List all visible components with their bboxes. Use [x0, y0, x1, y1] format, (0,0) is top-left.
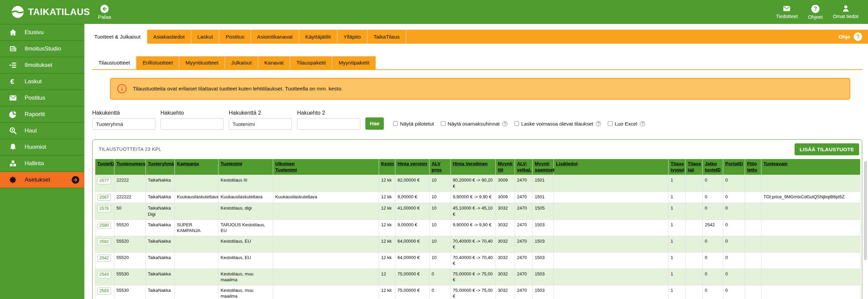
sidebar-item-laskut[interactable]: €Laskut [0, 73, 84, 89]
sub-tab-myyntituotteet[interactable]: Myyntituotteet [179, 56, 225, 69]
sub-tab-myyntipaketit[interactable]: Myyntipaketit [332, 56, 376, 69]
sidebar-item-ilmoitusstudio[interactable]: IlmoitusStudio [0, 40, 84, 57]
column-header-myynti-saamiset[interactable]: Myynti saamiset [533, 159, 554, 175]
arrow-right-circle-icon [71, 175, 80, 185]
header-action-tiedotteet[interactable]: Tiedotteet [776, 4, 798, 20]
sidebar-item-label: Hallinta [25, 160, 44, 167]
checkbox-n-yt-piilotetut[interactable]: Näytä piilotetut [393, 121, 434, 127]
column-header-myynti-tili[interactable]: Myynti tili [496, 159, 515, 175]
column-header-ulkoinen-tuotenimi[interactable]: Ulkoinen Tuotenimi [273, 159, 379, 175]
checkbox-input[interactable] [608, 121, 613, 126]
back-button[interactable]: Palaa [98, 4, 111, 20]
checkbox-input[interactable] [393, 121, 398, 126]
tab-tuotteet-julkaisut[interactable]: Tuotteet & Julkaisut [88, 30, 147, 44]
column-header-tilaus-tyyppi[interactable]: Tilaus tyyppi [669, 159, 686, 175]
tab-asiointikanavat[interactable]: Asiointikanavat [251, 30, 299, 44]
column-header-piilo-tettu[interactable]: Piilo tettu [745, 159, 761, 175]
tuoteid-link[interactable]: 2542 [97, 255, 111, 262]
help-icon[interactable]: ? [502, 121, 507, 126]
mail-icon [9, 94, 17, 102]
column-header-lis-tiedot[interactable]: Lisätiedot [554, 159, 669, 175]
products-table: TuoteIDTuotenumeroTuoteryhmäKampanjaTuot… [95, 159, 860, 299]
tab-asiakastiedot[interactable]: Asiakastiedot [147, 30, 191, 44]
sidebar-item-label: Asetukset [25, 176, 50, 183]
help-link[interactable]: Ohje ? [839, 30, 868, 44]
sub-tab-kanavat[interactable]: Kanavat [258, 56, 290, 69]
help-icon[interactable]: ? [596, 121, 601, 126]
tuoteid-link[interactable]: 2577 [97, 177, 111, 184]
column-header-tuoteryhm[interactable]: Tuoteryhmä [146, 159, 175, 175]
sub-tab-tilaustuotteet[interactable]: Tilaustuotteet [92, 56, 136, 69]
sub-tab-erillistuotteet[interactable]: Erillistuotteet [136, 56, 179, 69]
sub-tab-julkaisut[interactable]: Julkaisut [225, 56, 258, 69]
tuoteid-link[interactable]: 2580 [97, 222, 111, 229]
table-cell: TaikaNakka [146, 285, 175, 299]
checkbox-luo-excel[interactable]: Luo Excel? [608, 121, 645, 127]
table-row: 254355530TaikaNakkaKestotilaus, muu maai… [95, 269, 860, 285]
search-input-hakukentt-2[interactable] [229, 118, 292, 130]
checkbox-input[interactable] [514, 121, 519, 126]
checkbox-label: Näytä piilotetut [400, 121, 434, 127]
tab-postitus[interactable]: Postitus [219, 30, 251, 44]
tuoteid-link[interactable]: 2578 [97, 205, 111, 212]
table-cell: 9,90000 € -> 9,90 € [451, 191, 496, 203]
table-cell: 12 kk [379, 219, 395, 236]
column-header-jatko-tuoteid[interactable]: Jatko tuoteID [703, 159, 723, 175]
table-cell: 9,00000 € [395, 191, 430, 203]
sidebar-item-hallinta[interactable]: Hallinta [0, 155, 84, 171]
column-header-portalid[interactable]: PortalID [723, 159, 745, 175]
add-product-button[interactable]: LISÄÄ TILAUSTUOTE [795, 143, 859, 155]
column-header-kesto[interactable]: Kesto [379, 159, 395, 175]
column-header-hinta-verollinen[interactable]: Hinta Verollinen [451, 159, 496, 175]
sidebar-item-ilmoitukset[interactable]: Ilmoitukset [0, 57, 84, 73]
sidebar-item-huomiot[interactable]: Huomiot [0, 139, 84, 155]
question-circle-green-icon: ? [811, 4, 820, 13]
table-cell [745, 285, 761, 299]
tuoteid-link[interactable]: 2543 [97, 271, 111, 278]
sidebar-item-etusivu[interactable]: Etusivu [0, 24, 84, 40]
column-header-tuoteavain[interactable]: Tuoteavain [761, 159, 860, 175]
sidebar-item-asetukset[interactable]: Asetukset [0, 171, 84, 188]
column-header-tuotenimi[interactable]: Tuotenimi [219, 159, 273, 175]
tab-k-ytt-j-tilit[interactable]: Käyttäjätilit [299, 30, 337, 44]
column-header-tilaus-laji[interactable]: Tilaus laji [686, 159, 703, 175]
column-header-hinta-veroton[interactable]: Hinta veroton [395, 159, 430, 175]
column-header-tuoteid[interactable]: TuoteID [95, 159, 114, 175]
header-action-omat-tiedot[interactable]: Omat tiedot [833, 4, 858, 20]
tuoteid-link[interactable]: 2583 [97, 287, 111, 295]
search-input-hakukentt[interactable] [92, 118, 155, 130]
table-cell [761, 285, 860, 299]
sidebar-item-postitus[interactable]: Postitus [0, 89, 84, 106]
tab-laskut[interactable]: Laskut [191, 30, 220, 44]
table-cell: 75,00000 € [395, 285, 430, 299]
header-action-ohjeet[interactable]: ?Ohjeet [808, 4, 823, 20]
tab-yll-pito[interactable]: Ylläpito [337, 30, 367, 44]
checkbox-n-yt-osamaksuhinnat[interactable]: Näytä osamaksuhinnat? [441, 121, 508, 127]
search-input-hakuehto-2[interactable] [297, 118, 360, 130]
tuoteid-link[interactable]: 2567 [97, 194, 111, 201]
column-header-alv-velkat[interactable]: ALV- velkat. [515, 159, 533, 175]
scrollbar-thumb[interactable] [864, 161, 867, 260]
sidebar-item-label: Etusivu [25, 29, 44, 36]
table-cell: 2580 [95, 219, 114, 236]
search-field-hakuehto: Hakuehto [160, 110, 224, 130]
column-header-alv-pros[interactable]: ALV pros [430, 159, 451, 175]
info-icon [117, 84, 127, 94]
column-header-tuotenumero[interactable]: Tuotenumero [114, 159, 146, 175]
table-row: 257850TaikaNakka DigiKestotilaus, digi12… [95, 203, 860, 219]
help-icon[interactable]: ? [640, 121, 645, 126]
main-tab-bar: Tuotteet & JulkaisutAsiakastiedotLaskutP… [88, 30, 868, 44]
search-button[interactable]: Hae [365, 117, 384, 130]
tab-taikatilaus[interactable]: TaikaTilaus [367, 30, 406, 44]
checkbox-laske-voimassa-olevat-tilaukset[interactable]: Laske voimassa olevat tilaukset? [514, 121, 601, 127]
checkbox-input[interactable] [441, 121, 446, 126]
pie-icon [9, 110, 17, 118]
notice-text: Tilaustuotteita ovat erilaiset tilattava… [133, 86, 343, 92]
sidebar-item-haut[interactable]: Haut [0, 122, 84, 139]
tuoteid-link[interactable]: 2582 [97, 238, 111, 245]
logo-text: TAIKATILAUS [28, 7, 90, 17]
sidebar-item-raportit[interactable]: Raportit [0, 106, 84, 122]
sub-tab-tilauspaketit[interactable]: Tilauspaketit [290, 56, 332, 69]
search-input-hakuehto[interactable] [160, 118, 224, 130]
column-header-kampanja[interactable]: Kampanja [175, 159, 219, 175]
